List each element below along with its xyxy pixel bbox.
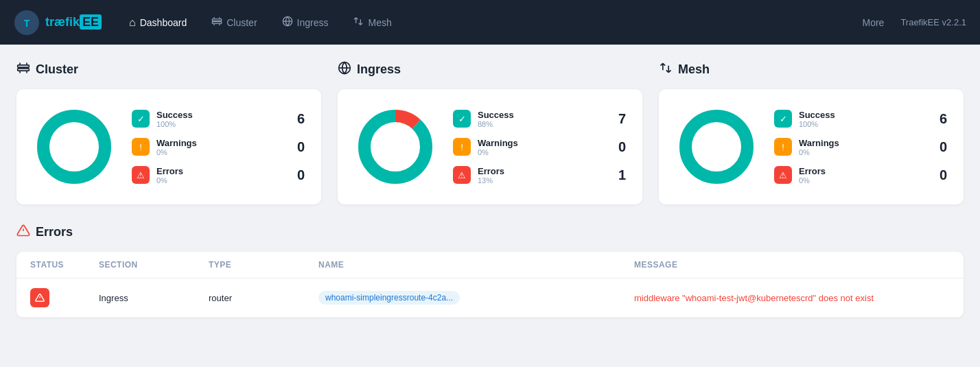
row-name[interactable]: whoami-simpleingressroute-4c2a... <box>318 291 634 305</box>
nav-right: More TraefikEE v2.2.1 <box>862 17 966 28</box>
ingress-error-count: 1 <box>612 167 626 183</box>
row-status <box>30 288 99 307</box>
cluster-section-icon <box>16 61 30 78</box>
mesh-stats: ✓ Success 100% 6 ! Warnings 0% 0 <box>774 110 947 185</box>
mesh-error-count: 0 <box>933 167 947 183</box>
mesh-warning-label: Warnings 0% <box>799 138 926 156</box>
svg-rect-2 <box>213 19 222 21</box>
mesh-section-icon <box>659 61 673 78</box>
ingress-warning-label: Warnings 0% <box>478 138 605 156</box>
cluster-icon <box>211 16 222 29</box>
th-name: Name <box>318 260 634 270</box>
ingress-success-badge: ✓ <box>453 110 471 128</box>
errors-header-icon <box>16 224 30 241</box>
ingress-success-count: 7 <box>612 111 626 127</box>
svg-rect-10 <box>18 65 30 67</box>
cluster-warning-label: Warnings 0% <box>156 138 284 156</box>
mesh-warning-row: ! Warnings 0% 0 <box>774 138 947 156</box>
svg-point-18 <box>56 128 93 165</box>
nav-cluster[interactable]: Cluster <box>200 10 268 35</box>
logo-icon: T <box>14 10 40 36</box>
nav-mesh[interactable]: Mesh <box>342 10 402 35</box>
nav-dashboard[interactable]: ⌂ Dashboard <box>118 11 198 34</box>
ingress-error-badge: ⚠ <box>453 166 471 184</box>
main-content: Cluster ✓ Success 100% <box>0 45 980 334</box>
ingress-card: ✓ Success 88% 7 ! Warnings 0% 0 <box>338 89 642 204</box>
mesh-section-header: Mesh <box>659 61 964 78</box>
th-message: Message <box>634 260 950 270</box>
cluster-warning-count: 0 <box>291 139 305 155</box>
row-message: middleware "whoami-test-jwt@kubernetescr… <box>634 293 950 303</box>
nav-items: ⌂ Dashboard Cluster Ingress Mesh <box>118 10 856 35</box>
ingress-error-label: Errors 13% <box>478 166 605 185</box>
th-status: Status <box>30 260 99 270</box>
th-section: Section <box>99 260 209 270</box>
cluster-warning-badge: ! <box>132 138 150 156</box>
ingress-success-label: Success 88% <box>478 110 605 128</box>
th-type: Type <box>209 260 318 270</box>
mesh-donut <box>675 106 758 188</box>
row-status-badge <box>30 288 49 307</box>
row-type: router <box>209 293 318 303</box>
row-name-badge[interactable]: whoami-simpleingressroute-4c2a... <box>318 291 460 305</box>
ingress-stats: ✓ Success 88% 7 ! Warnings 0% 0 <box>453 110 626 185</box>
mesh-warning-count: 0 <box>933 139 947 155</box>
cluster-card: ✓ Success 100% 6 ! Warnings 0% 0 <box>16 89 321 204</box>
svg-rect-3 <box>213 21 222 23</box>
mesh-success-count: 6 <box>933 111 947 127</box>
mesh-title: Mesh <box>678 62 710 77</box>
cluster-success-label: Success 100% <box>156 110 284 128</box>
cluster-section-header: Cluster <box>16 61 321 78</box>
cluster-warning-row: ! Warnings 0% 0 <box>132 138 305 156</box>
cluster-success-count: 6 <box>291 111 305 127</box>
mesh-card: ✓ Success 100% 6 ! Warnings 0% 0 <box>659 89 964 204</box>
mesh-success-label: Success 100% <box>799 110 926 128</box>
cluster-success-badge: ✓ <box>132 110 150 128</box>
cluster-error-label: Errors 0% <box>156 166 284 185</box>
cards-row: Cluster ✓ Success 100% <box>16 61 964 204</box>
ingress-title: Ingress <box>357 62 401 77</box>
cluster-stats: ✓ Success 100% 6 ! Warnings 0% 0 <box>132 110 305 185</box>
mesh-icon <box>353 16 364 29</box>
ingress-error-row: ⚠ Errors 13% 1 <box>453 166 626 185</box>
logo-text: træfikEE <box>45 15 102 29</box>
mesh-error-row: ⚠ Errors 0% 0 <box>774 166 947 185</box>
nav-ingress[interactable]: Ingress <box>271 10 340 35</box>
mesh-error-label: Errors 0% <box>799 166 926 185</box>
errors-section: Errors Status Section Type Name Message … <box>16 224 964 318</box>
cluster-error-row: ⚠ Errors 0% 0 <box>132 166 305 185</box>
navigation: T træfikEE ⌂ Dashboard Cluster Ingress <box>0 0 980 45</box>
svg-rect-11 <box>18 69 30 71</box>
ingress-warning-badge: ! <box>453 138 471 156</box>
table-row: Ingress router whoami-simpleingressroute… <box>16 279 964 318</box>
errors-title: Errors <box>36 225 73 239</box>
ingress-section-header: Ingress <box>338 61 642 78</box>
cluster-success-row: ✓ Success 100% 6 <box>132 110 305 128</box>
table-header: Status Section Type Name Message <box>16 252 964 279</box>
cluster-donut <box>33 106 115 188</box>
ingress-icon <box>282 16 293 29</box>
logo[interactable]: T træfikEE <box>14 10 102 36</box>
ingress-warning-row: ! Warnings 0% 0 <box>453 138 626 156</box>
mesh-section: Mesh ✓ Success 100% <box>659 61 964 204</box>
ingress-section: Ingress ✓ <box>338 61 642 204</box>
mesh-success-row: ✓ Success 100% 6 <box>774 110 947 128</box>
errors-header: Errors <box>16 224 964 241</box>
mesh-success-badge: ✓ <box>774 110 792 128</box>
svg-text:T: T <box>24 18 30 29</box>
svg-point-27 <box>698 128 735 165</box>
nav-more[interactable]: More <box>862 17 884 28</box>
ingress-warning-count: 0 <box>612 139 626 155</box>
cluster-title: Cluster <box>36 62 78 77</box>
cluster-error-badge: ⚠ <box>132 166 150 184</box>
home-icon: ⌂ <box>129 16 136 29</box>
ingress-success-row: ✓ Success 88% 7 <box>453 110 626 128</box>
row-section: Ingress <box>99 293 209 303</box>
svg-point-24 <box>377 128 414 165</box>
cluster-section: Cluster ✓ Success 100% <box>16 61 321 204</box>
mesh-warning-badge: ! <box>774 138 792 156</box>
cluster-error-count: 0 <box>291 167 305 183</box>
ingress-section-icon <box>338 61 351 78</box>
errors-table: Status Section Type Name Message Ingress… <box>16 252 964 318</box>
nav-version: TraefikEE v2.2.1 <box>900 17 966 27</box>
